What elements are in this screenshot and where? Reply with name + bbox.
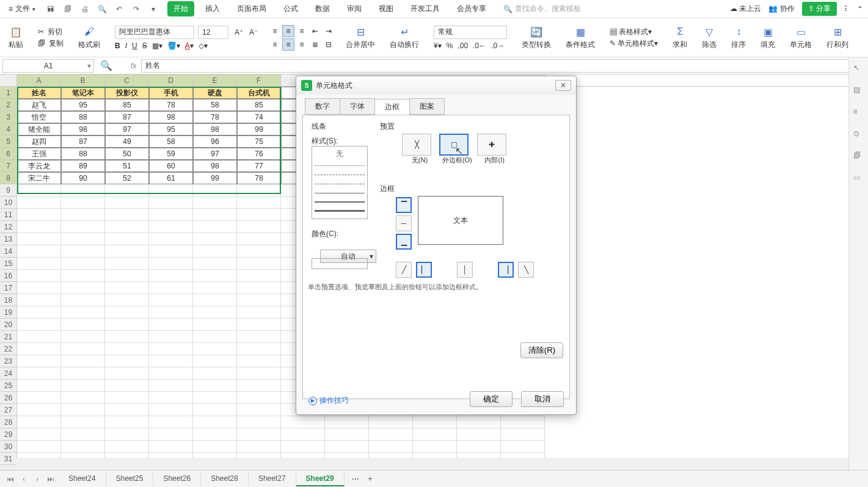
cell[interactable]: 97: [105, 123, 149, 135]
percent-button[interactable]: %: [447, 41, 453, 50]
col-header[interactable]: F: [237, 74, 281, 86]
merge-center-button[interactable]: ⊟合并居中: [342, 25, 379, 50]
cell[interactable]: [193, 184, 237, 197]
filter-button[interactable]: ▽筛选: [698, 25, 720, 50]
cell[interactable]: 51: [105, 160, 149, 172]
cell[interactable]: 99: [237, 123, 281, 135]
cell[interactable]: [17, 343, 61, 355]
cell[interactable]: [193, 306, 237, 319]
row-header[interactable]: 1: [0, 87, 16, 99]
cell[interactable]: [501, 428, 545, 441]
cell[interactable]: [149, 209, 193, 221]
cell[interactable]: [17, 258, 61, 270]
cell[interactable]: [149, 453, 193, 458]
cell[interactable]: [237, 331, 281, 343]
cell[interactable]: [105, 392, 149, 404]
cell[interactable]: [105, 184, 149, 197]
cell[interactable]: [17, 294, 61, 306]
sheet-tab[interactable]: Sheet25: [106, 472, 154, 486]
cell[interactable]: 98: [149, 111, 193, 123]
cell[interactable]: [17, 245, 61, 258]
cell[interactable]: [149, 355, 193, 367]
cell[interactable]: [193, 319, 237, 331]
line-style-list[interactable]: 无: [312, 146, 368, 219]
select-icon[interactable]: ↖: [853, 63, 864, 74]
cell[interactable]: [105, 319, 149, 331]
highlight-button[interactable]: ◇▾: [199, 41, 208, 50]
cell[interactable]: 78: [237, 172, 281, 184]
cell[interactable]: [457, 453, 501, 458]
fill-color-button[interactable]: 🪣▾: [167, 41, 180, 50]
cell[interactable]: [193, 245, 237, 258]
cell[interactable]: [61, 355, 105, 367]
bold-button[interactable]: B: [115, 41, 120, 50]
line-dashed[interactable]: [315, 167, 365, 175]
font-size-combo[interactable]: 12: [198, 26, 228, 39]
select-all-corner[interactable]: [0, 74, 16, 87]
cell[interactable]: [105, 270, 149, 282]
cell[interactable]: [325, 416, 369, 428]
col-header[interactable]: A: [17, 74, 61, 86]
name-box[interactable]: A1: [2, 59, 94, 73]
ok-button[interactable]: 确定: [470, 391, 512, 407]
sheet-tab[interactable]: Sheet27: [249, 472, 296, 486]
qat-save-icon[interactable]: 🖬: [44, 2, 57, 16]
cell[interactable]: [61, 245, 105, 258]
cell[interactable]: [61, 282, 105, 294]
row-header[interactable]: 12: [0, 221, 16, 233]
row-header[interactable]: 15: [0, 258, 16, 270]
cell[interactable]: [17, 428, 61, 441]
cell[interactable]: [61, 453, 105, 458]
row-header[interactable]: 16: [0, 270, 16, 282]
cell[interactable]: 97: [193, 148, 237, 160]
fill-button[interactable]: ▣填充: [757, 25, 779, 50]
cell[interactable]: [17, 233, 61, 245]
cell[interactable]: [501, 453, 545, 458]
function-wizard-icon[interactable]: 🔍: [100, 60, 112, 71]
cell[interactable]: [105, 343, 149, 355]
align-right[interactable]: ≡: [296, 38, 308, 51]
cell[interactable]: [193, 416, 237, 428]
cell[interactable]: [61, 416, 105, 428]
cell[interactable]: [61, 428, 105, 441]
cell[interactable]: [193, 453, 237, 458]
cell[interactable]: 悟空: [17, 111, 61, 123]
kebab-icon[interactable]: ⠇: [844, 5, 850, 13]
currency-button[interactable]: ¥▾: [434, 41, 442, 50]
cell[interactable]: [149, 233, 193, 245]
cell[interactable]: [193, 355, 237, 367]
cell[interactable]: [369, 453, 413, 458]
cell[interactable]: [17, 392, 61, 404]
cell[interactable]: 95: [149, 123, 193, 135]
tab-more-icon[interactable]: ⋯: [352, 475, 359, 483]
cell[interactable]: [193, 404, 237, 416]
cell[interactable]: [237, 392, 281, 404]
number-format-combo[interactable]: 常规: [434, 26, 507, 39]
cell[interactable]: [237, 258, 281, 270]
tab-number[interactable]: 数字: [305, 98, 340, 115]
cell[interactable]: [105, 355, 149, 367]
cell[interactable]: 58: [193, 99, 237, 111]
cell[interactable]: [457, 416, 501, 428]
cell[interactable]: 78: [193, 111, 237, 123]
cell[interactable]: 98: [193, 123, 237, 135]
cell[interactable]: 98: [193, 160, 237, 172]
col-header[interactable]: C: [105, 74, 149, 86]
cell[interactable]: [281, 453, 325, 458]
cell[interactable]: [17, 306, 61, 319]
backup-icon[interactable]: ⊙: [853, 129, 864, 140]
cell[interactable]: 赵飞: [17, 99, 61, 111]
cell[interactable]: [193, 270, 237, 282]
row-header[interactable]: 24: [0, 367, 16, 380]
cell[interactable]: [237, 306, 281, 319]
qat-more-icon[interactable]: ▾: [147, 2, 160, 16]
cell[interactable]: [193, 441, 237, 453]
strike-button[interactable]: S: [142, 41, 147, 50]
cell[interactable]: [105, 404, 149, 416]
cell[interactable]: [237, 282, 281, 294]
cell[interactable]: [105, 380, 149, 392]
sum-button[interactable]: Σ求和: [669, 25, 691, 50]
row-header[interactable]: 8: [0, 172, 16, 184]
row-header[interactable]: 17: [0, 282, 16, 294]
paste-button[interactable]: 📋粘贴: [5, 25, 27, 50]
